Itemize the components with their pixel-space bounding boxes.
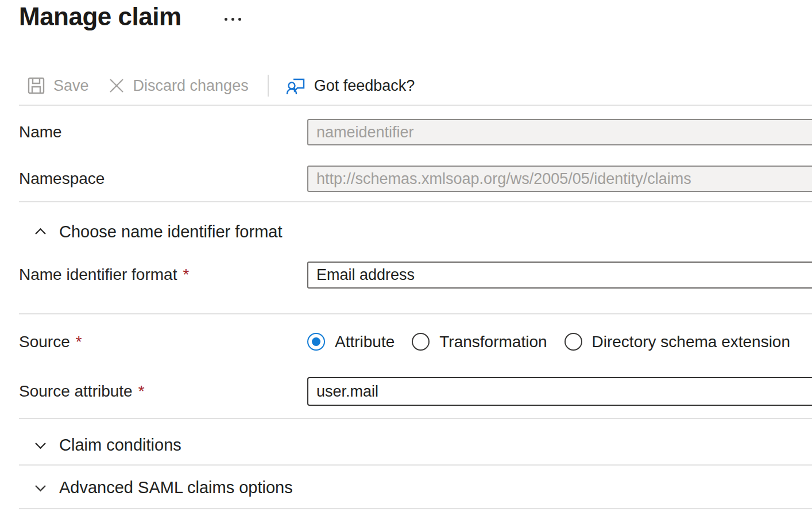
source-attribute-input[interactable] xyxy=(307,377,812,406)
section-label: Choose name identifier format xyxy=(59,222,282,241)
ellipsis-icon xyxy=(231,18,234,21)
dropdown-selected-value: Email address xyxy=(316,266,415,284)
required-asterisk: * xyxy=(76,333,82,351)
radio-unselected-icon xyxy=(412,333,430,351)
name-label: Name xyxy=(19,119,62,145)
section-label: Advanced SAML claims options xyxy=(59,478,293,497)
chevron-up-icon xyxy=(32,223,49,241)
divider xyxy=(19,105,812,106)
divider xyxy=(19,201,812,202)
name-identifier-format-dropdown[interactable]: Email address xyxy=(307,262,812,289)
discard-changes-label: Discard changes xyxy=(133,77,249,95)
divider xyxy=(19,464,812,466)
save-icon xyxy=(26,76,46,95)
got-feedback-button[interactable]: Got feedback? xyxy=(285,75,415,97)
namespace-input xyxy=(307,166,812,192)
radio-unselected-icon xyxy=(564,333,582,351)
toolbar-separator xyxy=(268,75,269,97)
ellipsis-icon xyxy=(225,18,227,21)
divider xyxy=(19,418,812,419)
section-advanced-saml-claims-options[interactable]: Advanced SAML claims options xyxy=(32,475,293,499)
name-identifier-format-label: Name identifier format * xyxy=(19,262,189,288)
section-claim-conditions[interactable]: Claim conditions xyxy=(32,433,181,457)
radio-transformation[interactable]: Transformation xyxy=(412,333,547,351)
section-choose-name-identifier-format[interactable]: Choose name identifier format xyxy=(32,220,282,243)
ellipsis-icon xyxy=(238,18,241,21)
discard-changes-button[interactable]: Discard changes xyxy=(107,76,249,95)
name-input xyxy=(307,119,812,145)
radio-attribute[interactable]: Attribute xyxy=(307,333,395,351)
namespace-label: Namespace xyxy=(19,166,105,191)
divider xyxy=(19,508,812,509)
source-attribute-label: Source attribute * xyxy=(19,377,145,406)
section-label: Claim conditions xyxy=(59,436,181,455)
required-asterisk: * xyxy=(138,382,145,401)
manage-claim-blade: Manage claim Save Discard changes xyxy=(0,0,812,515)
required-asterisk: * xyxy=(183,266,189,284)
x-icon xyxy=(107,76,126,95)
command-bar: Save Discard changes Got feedback? xyxy=(26,72,415,99)
got-feedback-label: Got feedback? xyxy=(314,77,415,95)
divider xyxy=(19,313,812,314)
feedback-icon xyxy=(285,75,307,97)
radio-selected-icon xyxy=(307,333,325,351)
page-title: Manage claim xyxy=(19,2,181,31)
radio-directory-schema-extension[interactable]: Directory schema extension xyxy=(564,333,790,351)
more-commands-button[interactable] xyxy=(220,10,245,28)
source-label: Source * xyxy=(19,331,82,352)
source-radio-group: Attribute Transformation Directory schem… xyxy=(307,331,790,352)
chevron-down-icon xyxy=(32,479,49,497)
chevron-down-icon xyxy=(32,436,49,454)
save-button[interactable]: Save xyxy=(26,76,89,95)
save-label: Save xyxy=(53,77,89,95)
